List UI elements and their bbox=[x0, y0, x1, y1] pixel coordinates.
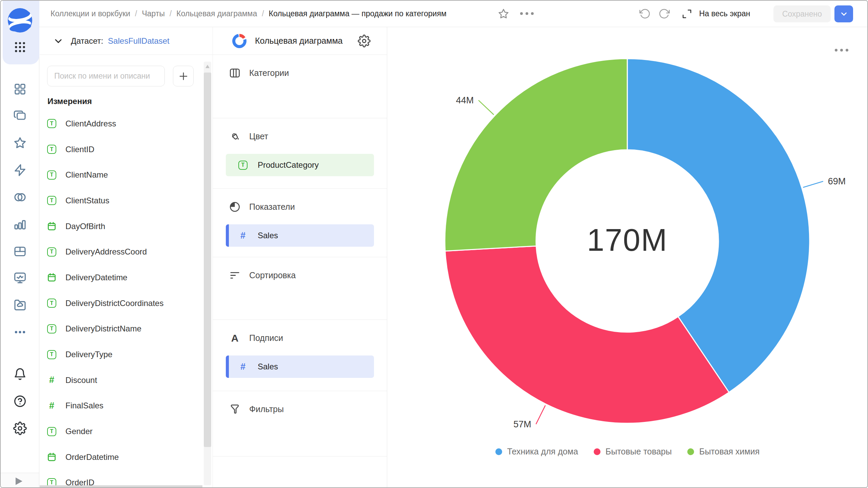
field-name: DeliveryDistrictName bbox=[65, 324, 141, 333]
config-section-filters: Фильтры bbox=[213, 391, 387, 456]
dataset-field-row[interactable]: TClientID bbox=[47, 137, 190, 162]
field-name: OrderDatetime bbox=[65, 452, 119, 462]
data-label-callout bbox=[803, 181, 823, 187]
breadcrumb-item[interactable]: Коллекции и воркбуки bbox=[51, 9, 130, 18]
dataset-field-row[interactable]: TDeliveryAddressCoord bbox=[47, 239, 190, 265]
app-window: Коллекции и воркбуки/Чарты/Кольцевая диа… bbox=[0, 0, 868, 488]
more-icon[interactable] bbox=[520, 12, 534, 15]
section-header: Сортировка bbox=[229, 269, 296, 281]
field-chip-sales[interactable]: #Sales bbox=[226, 224, 374, 247]
field-chip-productcategory[interactable]: TProductCategory bbox=[226, 154, 374, 176]
dataset-field-row[interactable]: TDeliveryDistrictName bbox=[47, 316, 190, 342]
redo-icon[interactable] bbox=[658, 8, 670, 20]
breadcrumb-item[interactable]: Кольцевая диаграмма bbox=[176, 9, 257, 18]
undo-icon[interactable] bbox=[639, 8, 651, 20]
data-label: 69M bbox=[828, 176, 846, 186]
donut-slice[interactable] bbox=[445, 246, 729, 423]
dataset-field-row[interactable]: #Discount bbox=[47, 367, 190, 393]
search-input[interactable] bbox=[47, 66, 165, 86]
donut-chart-type-icon[interactable] bbox=[232, 34, 246, 48]
legend-label: Техника для дома bbox=[507, 447, 578, 456]
dimensions-title: Измерения bbox=[47, 97, 92, 106]
dataset-field-row[interactable]: TClientName bbox=[47, 162, 190, 188]
config-section-categories: Категории bbox=[213, 55, 387, 118]
favorites-icon[interactable] bbox=[13, 136, 27, 150]
text-field-icon: T bbox=[47, 119, 56, 128]
donut-total-label: 170M bbox=[587, 222, 668, 258]
field-chip-sales[interactable]: #Sales bbox=[226, 355, 374, 378]
dataset-field-row[interactable]: TClientStatus bbox=[47, 188, 190, 214]
expand-icon[interactable] bbox=[681, 8, 693, 20]
star-icon[interactable] bbox=[498, 8, 509, 20]
date-field-icon bbox=[47, 452, 56, 462]
more-rail-icon[interactable] bbox=[13, 325, 27, 339]
collections-icon[interactable] bbox=[13, 109, 27, 123]
section-label: Категории bbox=[249, 68, 289, 78]
quick-actions-icon[interactable] bbox=[13, 163, 27, 177]
chart-area: 69M57M44M 170M Техника для домаБытовые т… bbox=[388, 27, 867, 487]
field-name: DeliveryDatetime bbox=[65, 273, 127, 282]
legend-item[interactable]: Бытовые товары bbox=[594, 447, 672, 456]
dataset-field-row[interactable]: DayOfBirth bbox=[47, 214, 190, 239]
add-field-button[interactable] bbox=[173, 66, 194, 86]
dataset-scrollbar bbox=[204, 62, 211, 485]
field-name: DeliveryType bbox=[65, 350, 113, 359]
legend-label: Бытовые товары bbox=[606, 447, 672, 456]
dataset-field-row[interactable]: OrderDatetime bbox=[47, 444, 190, 470]
dataset-field-row[interactable]: TDeliveryDistrictCoordinates bbox=[47, 290, 190, 316]
section-header: Показатели bbox=[229, 201, 295, 213]
storage-icon[interactable] bbox=[13, 298, 27, 312]
tables-icon[interactable] bbox=[13, 245, 27, 258]
plus-icon bbox=[178, 71, 189, 81]
field-name: DeliveryDistrictCoordinates bbox=[65, 299, 163, 308]
gear-icon[interactable] bbox=[358, 35, 371, 47]
breadcrumb-item[interactable]: Чарты bbox=[142, 9, 164, 18]
chart-config-panel: Кольцевая диаграмма КатегорииЦветTProduc… bbox=[213, 27, 387, 487]
dataset-field-row[interactable]: TClientAddress bbox=[47, 111, 190, 137]
sort-icon bbox=[229, 269, 241, 281]
section-header: Цвет bbox=[229, 130, 268, 142]
dataset-field-row[interactable]: TDeliveryType bbox=[47, 342, 190, 367]
left-rail bbox=[1, 1, 39, 488]
data-label: 57M bbox=[513, 419, 531, 429]
dataset-name-link[interactable]: SalesFullDataset bbox=[108, 36, 169, 46]
save-button[interactable]: Сохранено bbox=[773, 5, 831, 22]
collapse-arrow-icon[interactable] bbox=[16, 477, 22, 485]
chip-label: ProductCategory bbox=[258, 160, 319, 170]
datalens-logo-icon[interactable] bbox=[8, 8, 32, 33]
dashboards-icon[interactable] bbox=[13, 271, 27, 285]
horizontal-scrollbar[interactable] bbox=[40, 485, 202, 487]
top-bar: Коллекции и воркбуки/Чарты/Кольцевая диа… bbox=[39, 1, 868, 27]
scroll-up-icon[interactable] bbox=[205, 65, 210, 68]
text-field-icon: T bbox=[47, 350, 56, 359]
legend-item[interactable]: Техника для дома bbox=[495, 447, 578, 456]
data-label-callout bbox=[536, 405, 546, 424]
legend-item[interactable]: Бытовая химия bbox=[687, 447, 760, 456]
chart-type-label: Кольцевая диаграмма bbox=[255, 36, 343, 46]
settings-icon[interactable] bbox=[13, 422, 27, 435]
scrollbar-thumb[interactable] bbox=[204, 73, 211, 447]
charts-icon[interactable] bbox=[13, 218, 27, 231]
tiles-icon[interactable] bbox=[13, 82, 27, 96]
date-field-icon bbox=[47, 222, 56, 231]
measure-indicator-bar bbox=[226, 224, 229, 247]
fullscreen-button[interactable]: На весь экран bbox=[699, 1, 750, 27]
dataset-field-row[interactable]: TOrderID bbox=[47, 470, 190, 487]
chevron-down-icon[interactable] bbox=[53, 36, 63, 46]
dataset-field-row[interactable]: TGender bbox=[47, 419, 190, 444]
datasets-icon[interactable] bbox=[13, 190, 27, 204]
pie-icon bbox=[229, 201, 241, 213]
help-icon[interactable] bbox=[13, 394, 27, 408]
field-name: ClientID bbox=[65, 145, 94, 154]
dataset-label: Датасет: bbox=[71, 36, 103, 46]
dataset-field-row[interactable]: #FinalSales bbox=[47, 393, 190, 419]
breadcrumb-separator: / bbox=[170, 9, 172, 18]
config-section-sort: Сортировка bbox=[213, 257, 387, 320]
number-field-icon: # bbox=[47, 375, 56, 385]
apps-grid-icon[interactable] bbox=[13, 40, 27, 54]
dataset-field-row[interactable]: DeliveryDatetime bbox=[47, 265, 190, 290]
config-sections: КатегорииЦветTProductCategoryПоказатели#… bbox=[213, 55, 387, 456]
funnel-icon bbox=[229, 403, 241, 415]
save-dropdown-button[interactable] bbox=[834, 5, 853, 22]
notifications-icon[interactable] bbox=[13, 367, 27, 381]
